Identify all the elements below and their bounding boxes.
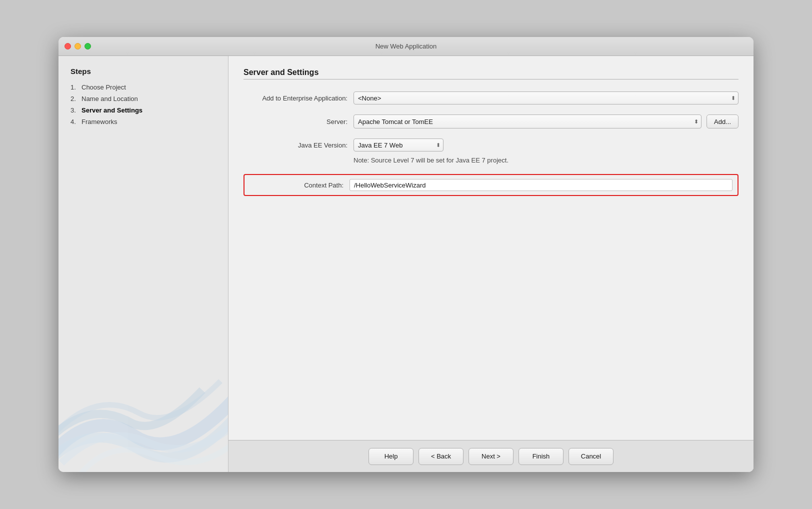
enterprise-app-control: <None> ⬍ (354, 92, 738, 104)
window-title: New Web Application (376, 42, 437, 50)
title-bar: New Web Application (58, 37, 754, 56)
java-ee-select[interactable]: Java EE 7 Web (354, 138, 444, 152)
sidebar-steps: Steps 1. Choose Project 2. Name and Loca… (58, 56, 228, 372)
step-4-label: Frameworks (82, 118, 118, 126)
sidebar-decoration (58, 372, 228, 472)
step-2-number: 2. (70, 95, 82, 102)
steps-heading: Steps (70, 67, 216, 76)
sidebar: Steps 1. Choose Project 2. Name and Loca… (58, 56, 228, 472)
enterprise-app-select-wrapper: <None> ⬍ (354, 92, 738, 104)
back-button[interactable]: < Back (418, 448, 464, 465)
window-body: Steps 1. Choose Project 2. Name and Loca… (58, 56, 754, 472)
content-area: Server and Settings Add to Enterprise Ap… (228, 56, 754, 440)
java-ee-select-wrapper: Java EE 7 Web ⬍ (354, 138, 444, 152)
section-divider (244, 79, 738, 80)
finish-button[interactable]: Finish (518, 448, 564, 465)
step-4-number: 4. (70, 118, 82, 126)
note-text: Note: Source Level 7 will be set for Jav… (354, 156, 738, 164)
java-logo-svg (58, 372, 228, 472)
minimize-button[interactable] (74, 43, 81, 50)
add-server-button[interactable]: Add... (706, 114, 738, 128)
enterprise-app-row: Add to Enterprise Application: <None> ⬍ (244, 92, 738, 104)
step-3: 3. Server and Settings (70, 106, 216, 114)
bottom-bar: Help < Back Next > Finish Cancel (228, 440, 754, 472)
server-control: Apache Tomcat or TomEE ⬍ Add... (354, 114, 738, 128)
next-button[interactable]: Next > (468, 448, 514, 465)
context-path-input[interactable] (350, 179, 732, 191)
enterprise-app-select[interactable]: <None> (354, 92, 738, 104)
step-2: 2. Name and Location (70, 95, 216, 102)
server-input-row: Apache Tomcat or TomEE ⬍ Add... (354, 114, 738, 128)
context-path-row: Context Path: (244, 174, 738, 196)
step-3-label: Server and Settings (82, 106, 142, 114)
cancel-button[interactable]: Cancel (568, 448, 614, 465)
step-1-number: 1. (70, 84, 82, 91)
step-1: 1. Choose Project (70, 84, 216, 91)
server-select[interactable]: Apache Tomcat or TomEE (354, 114, 702, 128)
step-3-number: 3. (70, 106, 82, 114)
java-ee-label: Java EE Version: (244, 142, 354, 149)
server-label: Server: (244, 118, 354, 126)
step-2-label: Name and Location (82, 95, 138, 102)
java-ee-control: Java EE 7 Web ⬍ (354, 138, 738, 152)
main-content: Server and Settings Add to Enterprise Ap… (228, 56, 754, 472)
traffic-lights (64, 43, 91, 50)
java-ee-row: Java EE Version: Java EE 7 Web ⬍ (244, 138, 738, 152)
maximize-button[interactable] (84, 43, 91, 50)
help-button[interactable]: Help (368, 448, 414, 465)
close-button[interactable] (64, 43, 71, 50)
server-select-wrapper: Apache Tomcat or TomEE ⬍ (354, 114, 702, 128)
enterprise-app-label: Add to Enterprise Application: (244, 94, 354, 102)
main-window: New Web Application Steps 1. Choose Proj… (58, 37, 754, 472)
server-row: Server: Apache Tomcat or TomEE ⬍ Add... (244, 114, 738, 128)
context-path-label: Context Path: (250, 182, 350, 189)
step-1-label: Choose Project (82, 84, 126, 91)
step-4: 4. Frameworks (70, 118, 216, 126)
section-title: Server and Settings (244, 68, 738, 77)
